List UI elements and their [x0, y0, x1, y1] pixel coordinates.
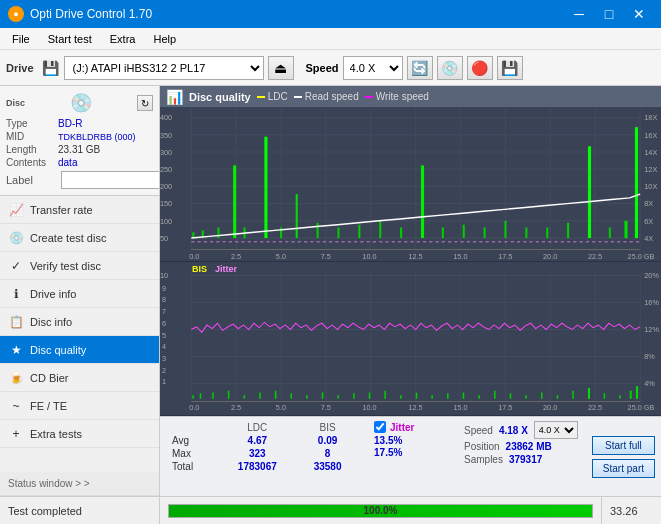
legend-write-speed: Write speed	[365, 91, 429, 102]
svg-rect-31	[379, 221, 381, 238]
read-speed-legend-dot	[294, 96, 302, 98]
progress-text: 100.0%	[169, 505, 592, 517]
svg-rect-95	[244, 395, 246, 399]
svg-rect-28	[317, 223, 319, 238]
svg-rect-103	[369, 393, 371, 399]
burn-button[interactable]: 🔴	[467, 56, 493, 80]
svg-rect-22	[217, 228, 219, 239]
type-value: BD-R	[58, 118, 82, 129]
eject-button[interactable]: ⏏	[268, 56, 294, 80]
svg-text:16X: 16X	[644, 132, 657, 139]
disc-header-label: Disc	[6, 98, 25, 108]
menu-extra[interactable]: Extra	[102, 28, 144, 50]
close-button[interactable]: ✕	[625, 0, 653, 28]
samples-key: Samples	[464, 454, 503, 465]
start-part-button[interactable]: Start part	[592, 459, 655, 478]
speed-key: Speed	[464, 425, 493, 436]
sidebar-item-cd-bier[interactable]: 🍺 CD Bier	[0, 364, 159, 392]
speed-select[interactable]: 4.0 X	[534, 421, 578, 439]
total-bis: 33580	[297, 460, 358, 473]
svg-text:12X: 12X	[644, 166, 657, 173]
svg-text:5.0: 5.0	[276, 405, 286, 411]
transfer-rate-icon: 📈	[8, 202, 24, 218]
disc-refresh-btn[interactable]: ↻	[137, 95, 153, 111]
svg-rect-30	[358, 225, 360, 238]
sidebar-item-transfer-rate[interactable]: 📈 Transfer rate	[0, 196, 159, 224]
toolbar: Drive 💾 (J:) ATAPI iHBS312 2 PL17 ⏏ Spee…	[0, 50, 661, 86]
svg-rect-121	[636, 386, 638, 399]
length-value: 23.31 GB	[58, 144, 100, 155]
minimize-button[interactable]: ─	[565, 0, 593, 28]
length-label: Length	[6, 144, 58, 155]
jitter-header: Jitter	[374, 421, 448, 433]
title-bar: ● Opti Drive Control 1.70 ─ □ ✕	[0, 0, 661, 28]
fe-te-icon: ~	[8, 398, 24, 414]
disc-button[interactable]: 💿	[437, 56, 463, 80]
svg-text:7.5: 7.5	[321, 405, 331, 411]
contents-value: data	[58, 157, 77, 168]
refresh-button[interactable]: 🔄	[407, 56, 433, 80]
sidebar-item-extra-tests[interactable]: + Extra tests	[0, 420, 159, 448]
sidebar-item-create-test-disc[interactable]: 💿 Create test disc	[0, 224, 159, 252]
svg-rect-120	[630, 391, 632, 399]
disc-panel: Disc 💿 ↻ Type BD-R MID TDKBLDRBB (000) L…	[0, 86, 159, 196]
svg-text:17.5: 17.5	[498, 405, 512, 411]
cd-bier-icon: 🍺	[8, 370, 24, 386]
menu-file[interactable]: File	[4, 28, 38, 50]
jitter-avg-row: 13.5%	[374, 435, 448, 446]
svg-text:15.0: 15.0	[453, 405, 467, 411]
svg-text:12.5: 12.5	[408, 405, 422, 411]
sidebar-item-fe-te[interactable]: ~ FE / TE	[0, 392, 159, 420]
svg-text:200: 200	[160, 184, 172, 191]
stats-bar: LDC BIS Avg 4.67 0.09 Max 323	[160, 416, 661, 496]
drive-label: Drive	[6, 62, 34, 74]
sidebar-spacer	[0, 448, 159, 472]
speed-selector[interactable]: 4.0 X	[343, 56, 403, 80]
ldc-chart: 18X 16X 14X 12X 10X 8X 6X 4X 400 350 300…	[160, 108, 661, 262]
svg-text:350: 350	[160, 132, 172, 139]
sidebar-item-drive-info[interactable]: ℹ Drive info	[0, 280, 159, 308]
svg-rect-117	[588, 388, 590, 399]
save-button[interactable]: 💾	[497, 56, 523, 80]
max-ldc: 323	[217, 447, 297, 460]
svg-text:15.0: 15.0	[453, 253, 467, 260]
status-window-label: Status window > >	[8, 478, 90, 489]
menu-start-test[interactable]: Start test	[40, 28, 100, 50]
sidebar-item-disc-quality[interactable]: ★ Disc quality	[0, 336, 159, 364]
svg-text:10X: 10X	[644, 184, 657, 191]
bis-chart-svg: 20% 16% 12% 8% 4% 10 9 8 7 6 5 4 3 2 1	[160, 262, 661, 415]
svg-rect-25	[264, 137, 267, 238]
svg-text:2.5: 2.5	[231, 253, 241, 260]
svg-text:10: 10	[160, 273, 168, 279]
total-ldc: 1783067	[217, 460, 297, 473]
svg-rect-39	[546, 228, 548, 239]
verify-disc-icon: ✓	[8, 258, 24, 274]
mid-row: MID TDKBLDRBB (000)	[6, 131, 153, 142]
svg-rect-38	[525, 228, 527, 239]
svg-text:9: 9	[162, 285, 166, 291]
svg-rect-114	[541, 393, 543, 399]
sidebar-item-verify-test-disc[interactable]: ✓ Verify test disc	[0, 252, 159, 280]
max-label: Max	[168, 447, 217, 460]
bis-header: BIS	[297, 421, 358, 434]
sidebar-item-disc-info[interactable]: 📋 Disc info	[0, 308, 159, 336]
jitter-checkbox[interactable]	[374, 421, 386, 433]
svg-rect-91	[192, 395, 194, 399]
svg-rect-92	[200, 393, 202, 398]
disc-panel-header: Disc 💿 ↻	[6, 92, 153, 114]
svg-rect-111	[494, 391, 496, 399]
start-full-button[interactable]: Start full	[592, 436, 655, 455]
svg-text:150: 150	[160, 201, 172, 208]
label-input[interactable]	[61, 171, 160, 189]
menu-help[interactable]: Help	[145, 28, 184, 50]
mid-value: TDKBLDRBB (000)	[58, 132, 136, 142]
svg-rect-74	[160, 262, 661, 415]
svg-text:100: 100	[160, 218, 172, 225]
maximize-button[interactable]: □	[595, 0, 623, 28]
type-label: Type	[6, 118, 58, 129]
app-title: Opti Drive Control 1.70	[30, 7, 152, 21]
status-window-btn[interactable]: Status window > >	[0, 472, 159, 496]
svg-rect-27	[296, 194, 298, 238]
contents-row: Contents data	[6, 157, 153, 168]
drive-selector[interactable]: (J:) ATAPI iHBS312 2 PL17	[64, 56, 264, 80]
